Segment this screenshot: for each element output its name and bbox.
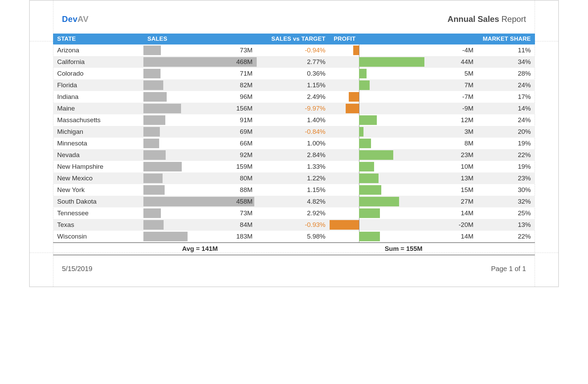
cell-sales-vs-target: -0.93%	[257, 219, 330, 231]
profit-value: 10M	[461, 163, 473, 170]
profit-value: 14M	[461, 233, 473, 240]
cell-market-share: 22%	[477, 231, 535, 243]
profit-bar	[359, 208, 380, 218]
cell-sales-vs-target: 1.15%	[257, 79, 330, 91]
profit-bar	[359, 57, 424, 67]
sales-bar	[143, 69, 161, 78]
report-title-strong: Annual Sales	[448, 14, 499, 24]
header-row: STATE SALES SALES vs TARGET PROFIT MARKE…	[53, 34, 535, 44]
col-profit: PROFIT	[330, 34, 477, 44]
cell-sales: 84M	[143, 219, 257, 231]
cell-market-share: 14%	[477, 103, 535, 114]
cell-sales: 458M	[143, 196, 257, 207]
profit-bar	[359, 197, 399, 206]
profit-value: 12M	[461, 116, 473, 124]
cell-state: Minnesota	[53, 138, 143, 149]
sales-value: 71M	[240, 70, 253, 77]
sales-value: 88M	[240, 186, 253, 193]
profit-value: 23M	[461, 151, 473, 158]
cell-sales: 69M	[143, 126, 257, 138]
cell-profit: 23M	[330, 149, 477, 161]
cell-profit: 5M	[330, 68, 477, 79]
profit-bar	[359, 185, 381, 195]
summary-sum: Sum = 155M	[330, 243, 477, 255]
cell-state: California	[53, 56, 143, 68]
profit-value: 13M	[461, 175, 473, 182]
footer-date: 5/15/2019	[62, 265, 92, 273]
profit-value: 44M	[461, 58, 473, 65]
sales-value: 82M	[240, 81, 253, 89]
cell-state: Florida	[53, 79, 143, 91]
cell-profit: 15M	[330, 184, 477, 196]
table-row: Wisconsin183M5.98%14M22%	[53, 231, 535, 243]
cell-market-share: 24%	[477, 114, 535, 126]
profit-bar	[359, 139, 371, 148]
cell-market-share: 17%	[477, 91, 535, 103]
sales-bar	[143, 92, 167, 102]
col-state: STATE	[53, 34, 143, 44]
profit-bar	[359, 80, 369, 90]
cell-sales: 156M	[143, 103, 257, 114]
sales-value: 92M	[240, 151, 253, 158]
cell-sales-vs-target: 1.15%	[257, 184, 330, 196]
table-row: Tennessee73M2.92%14M25%	[53, 207, 535, 219]
cell-sales: 82M	[143, 79, 257, 91]
cell-sales-vs-target: 1.40%	[257, 114, 330, 126]
table-row: New Mexico80M1.22%13M23%	[53, 172, 535, 184]
report-title-rest: Report	[499, 14, 526, 24]
col-sales: SALES	[143, 34, 257, 44]
cell-state: New Hampshire	[53, 161, 143, 172]
cell-sales-vs-target: 2.84%	[257, 149, 330, 161]
table-row: New Hampshire159M1.33%10M19%	[53, 161, 535, 172]
profit-value: 3M	[464, 128, 473, 135]
cell-profit: 7M	[330, 79, 477, 91]
table-row: Colorado71M0.36%5M28%	[53, 68, 535, 79]
cell-sales: 183M	[143, 231, 257, 243]
cell-market-share: 24%	[477, 79, 535, 91]
cell-market-share: 13%	[477, 219, 535, 231]
cell-market-share: 30%	[477, 184, 535, 196]
profit-bar	[359, 232, 380, 241]
cell-state: New York	[53, 184, 143, 196]
sales-value: 73M	[240, 47, 253, 54]
cell-state: Maine	[53, 103, 143, 114]
report-title: Annual Sales Report	[448, 14, 526, 24]
sales-value: 96M	[240, 93, 253, 100]
sales-bar	[143, 115, 165, 125]
cell-profit: 14M	[330, 207, 477, 219]
cell-state: Colorado	[53, 68, 143, 79]
cell-state: Massachusetts	[53, 114, 143, 126]
profit-value: -4M	[462, 47, 474, 54]
profit-bar	[330, 220, 359, 230]
cell-market-share: 34%	[477, 56, 535, 68]
cell-market-share: 11%	[477, 44, 535, 56]
logo-dev: Dev	[62, 14, 78, 24]
table-row: Indiana96M2.49%-7M17%	[53, 91, 535, 103]
cell-market-share: 19%	[477, 138, 535, 149]
report-footer: 5/15/2019 Page 1 of 1	[53, 255, 535, 286]
profit-value: -7M	[462, 93, 474, 100]
cell-market-share: 25%	[477, 207, 535, 219]
profit-bar	[359, 162, 374, 171]
sales-value: 159M	[236, 163, 253, 170]
cell-sales-vs-target: 2.49%	[257, 91, 330, 103]
cell-sales-vs-target: 1.33%	[257, 161, 330, 172]
sales-value: 458M	[236, 198, 253, 205]
cell-market-share: 23%	[477, 172, 535, 184]
sales-value: 91M	[240, 116, 253, 124]
sales-table: STATE SALES SALES vs TARGET PROFIT MARKE…	[53, 34, 535, 255]
table-row: New York88M1.15%15M30%	[53, 184, 535, 196]
cell-profit: 10M	[330, 161, 477, 172]
col-share: MARKET SHARE	[477, 34, 535, 44]
cell-sales-vs-target: 1.22%	[257, 172, 330, 184]
sales-bar	[143, 80, 163, 90]
cell-profit: 27M	[330, 196, 477, 207]
cell-sales-vs-target: 1.00%	[257, 138, 330, 149]
cell-state: South Dakota	[53, 196, 143, 207]
cell-sales: 468M	[143, 56, 257, 68]
table-row: Florida82M1.15%7M24%	[53, 79, 535, 91]
cell-sales-vs-target: -9.97%	[257, 103, 330, 114]
cell-profit: 3M	[330, 126, 477, 138]
table-row: Michigan69M-0.84%3M20%	[53, 126, 535, 138]
cell-sales: 96M	[143, 91, 257, 103]
